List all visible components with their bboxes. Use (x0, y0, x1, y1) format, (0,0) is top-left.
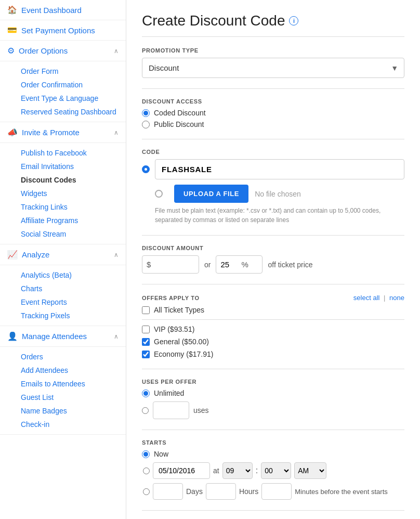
sidebar-item-name-badges[interactable]: Name Badges (19, 404, 126, 418)
economy-text: Economy ($17.91) (154, 350, 213, 358)
unlimited-text: Unlimited (154, 389, 184, 397)
pct-input-wrapper: % (216, 255, 262, 274)
vip-text: VIP ($93.51) (154, 325, 194, 333)
discount-amount-section: DISCOUNT AMOUNT $ or % off ticket price (142, 245, 404, 274)
general-checkbox[interactable] (142, 338, 150, 346)
starts-hours-input[interactable] (206, 483, 236, 500)
select-all-link[interactable]: select all (353, 294, 380, 302)
code-input-row (142, 159, 404, 179)
sidebar-item-check-in[interactable]: Check-in (19, 418, 126, 431)
offers-apply-header: OFFERS APPLY TO select all | none (142, 294, 404, 302)
starts-label: STARTS (142, 439, 404, 446)
vip-checkbox-label[interactable]: VIP ($93.51) (142, 325, 404, 333)
sidebar-item-orders[interactable]: Orders (19, 350, 126, 364)
upload-file-button[interactable]: UPLOAD A FILE (174, 185, 248, 203)
or-text: or (204, 261, 211, 269)
pipe: | (384, 294, 385, 302)
sidebar-section-manage-attendees[interactable]: 👤 Manage Attendees ∧ (0, 326, 126, 347)
public-discount-radio[interactable] (142, 121, 150, 128)
public-discount-radio-label[interactable]: Public Discount (142, 120, 404, 128)
colon-icon: : (256, 466, 258, 475)
vip-checkbox[interactable] (142, 326, 150, 333)
unlimited-radio[interactable] (142, 390, 150, 397)
sidebar-item-guest-list[interactable]: Guest List (19, 391, 126, 404)
discount-access-radio-group: Coded Discount Public Discount (142, 109, 404, 128)
sidebar: 🏠 Event Dashboard 💳 Set Payment Options … (0, 0, 126, 519)
sidebar-item-publish-facebook[interactable]: Publish to Facebook (19, 146, 126, 160)
sidebar-item-emails-to-attendees[interactable]: Emails to Attendees (19, 377, 126, 391)
economy-checkbox[interactable] (142, 351, 150, 358)
sidebar-item-email-invitations[interactable]: Email Invitations (19, 160, 126, 173)
sidebar-section-analyze[interactable]: 📈 Analyze ∧ (0, 244, 126, 265)
sidebar-section-invite-promote[interactable]: 📣 Invite & Promote ∧ (0, 122, 126, 143)
chevron-up-icon-analyze: ∧ (114, 251, 119, 258)
starts-minutes-input[interactable] (261, 483, 292, 500)
general-checkbox-label[interactable]: General ($50.00) (142, 338, 404, 346)
starts-min-select[interactable]: 00 (261, 462, 291, 479)
dollar-amount-input[interactable] (153, 256, 189, 273)
pct-amount-input[interactable] (220, 256, 241, 273)
sidebar-item-add-attendees[interactable]: Add Attendees (19, 364, 126, 377)
uses-count-radio[interactable] (142, 407, 149, 414)
starts-at-text: at (213, 466, 219, 475)
sidebar-item-social-stream[interactable]: Social Stream (19, 227, 126, 241)
uses-count-row: uses (142, 401, 404, 419)
economy-checkbox-label[interactable]: Economy ($17.91) (142, 350, 404, 358)
payment-icon: 💳 (7, 25, 17, 35)
coded-discount-radio-label[interactable]: Coded Discount (142, 109, 404, 117)
manage-icon: 👤 (7, 331, 18, 341)
order-options-icon: ⚙ (7, 46, 15, 56)
all-ticket-types-checkbox-label[interactable]: All Ticket Types (142, 306, 404, 314)
off-text: off ticket price (268, 261, 312, 269)
sidebar-item-affiliate-programs[interactable]: Affiliate Programs (19, 214, 126, 227)
promotion-type-select[interactable]: Discount (142, 58, 404, 78)
upload-row: UPLOAD A FILE No file chosen (142, 185, 404, 203)
promotion-type-section: PROMOTION TYPE Discount ▼ (142, 47, 404, 78)
coded-discount-radio[interactable] (142, 109, 150, 117)
invite-icon: 📣 (7, 127, 18, 137)
uses-count-input[interactable] (153, 401, 189, 419)
info-icon[interactable]: i (289, 16, 298, 25)
none-link[interactable]: none (389, 294, 404, 302)
sidebar-item-event-type-language[interactable]: Event Type & Language (19, 92, 126, 105)
starts-duration-row: Days Hours Minutes before the event star… (142, 483, 404, 500)
code-input[interactable] (155, 159, 404, 179)
sidebar-item-widgets[interactable]: Widgets (19, 187, 126, 200)
starts-now-row: Now (142, 450, 404, 458)
all-ticket-types-checkbox[interactable] (142, 306, 150, 314)
sidebar-item-event-reports[interactable]: Event Reports (19, 295, 126, 309)
sidebar-order-options-submenu: Order Form Order Confirmation Event Type… (0, 61, 126, 122)
sidebar-item-tracking-links[interactable]: Tracking Links (19, 200, 126, 214)
chevron-up-icon-invite: ∧ (114, 129, 119, 136)
starts-now-radio[interactable] (142, 450, 150, 458)
sidebar-item-order-confirmation[interactable]: Order Confirmation (19, 78, 126, 92)
sidebar-item-set-payment-options[interactable]: 💳 Set Payment Options (0, 20, 126, 41)
chevron-up-icon-manage: ∧ (114, 333, 119, 340)
starts-duration-radio[interactable] (143, 488, 150, 495)
main-content: Create Discount Code i PROMOTION TYPE Di… (126, 0, 420, 519)
code-section: CODE UPLOAD A FILE No file chosen File m… (142, 149, 404, 225)
uses-per-offer-section: USES PER OFFER Unlimited uses (142, 379, 404, 419)
starts-now-text: Now (154, 450, 168, 458)
sidebar-section-order-options[interactable]: ⚙ Order Options ∧ (0, 41, 126, 61)
starts-ampm-select[interactable]: AM PM (294, 462, 326, 479)
sidebar-item-reserved-seating[interactable]: Reserved Seating Dashboard (19, 105, 126, 119)
unlimited-radio-label[interactable]: Unlimited (142, 389, 404, 397)
starts-date-row: at 09 : 00 AM PM (142, 462, 404, 479)
sidebar-item-discount-codes[interactable]: Discount Codes (19, 173, 126, 187)
starts-date-input[interactable] (153, 462, 210, 479)
sidebar-item-charts[interactable]: Charts (19, 282, 126, 295)
home-icon: 🏠 (7, 5, 17, 15)
promotion-type-label: PROMOTION TYPE (142, 47, 404, 54)
starts-days-input[interactable] (153, 483, 183, 500)
sidebar-item-analytics-beta[interactable]: Analytics (Beta) (19, 268, 126, 282)
select-links: select all | none (353, 294, 404, 302)
upload-hint-text: File must be plain text (example: *.csv … (142, 206, 404, 225)
sidebar-item-order-form[interactable]: Order Form (19, 64, 126, 78)
general-text: General ($50.00) (154, 338, 209, 346)
starts-hour-select[interactable]: 09 (222, 462, 253, 479)
dollar-input-wrapper: $ (142, 255, 199, 274)
sidebar-item-event-dashboard[interactable]: 🏠 Event Dashboard (0, 0, 126, 20)
starts-date-radio[interactable] (143, 468, 150, 474)
sidebar-item-tracking-pixels[interactable]: Tracking Pixels (19, 309, 126, 322)
